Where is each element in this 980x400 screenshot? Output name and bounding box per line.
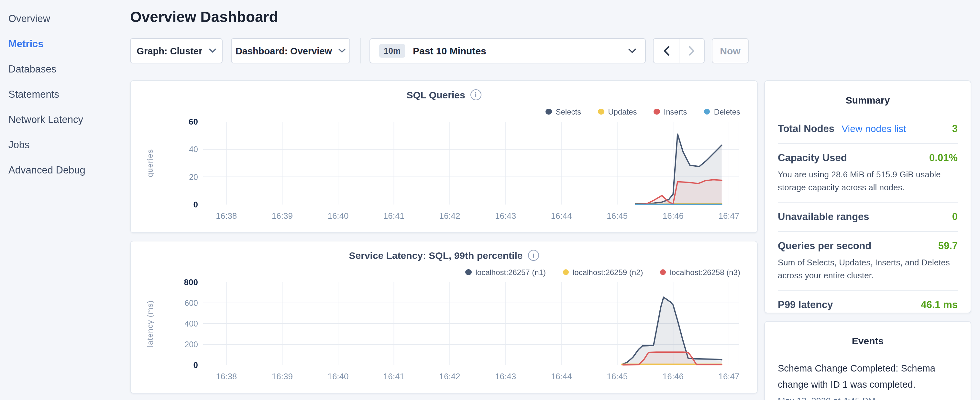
x-tick-label: 16:46 xyxy=(663,211,684,221)
capacity-used-label: Capacity Used xyxy=(778,152,847,164)
legend-label: Inserts xyxy=(664,107,687,116)
x-tick-label: 16:42 xyxy=(439,371,460,381)
legend-label: Updates xyxy=(608,107,637,116)
event-item[interactable]: Schema Change Completed: Schema change w… xyxy=(778,360,958,400)
legend-label: Selects xyxy=(555,107,581,116)
chart-title: SQL Queries xyxy=(406,89,465,100)
x-tick-label: 16:44 xyxy=(551,211,572,221)
time-range-badge: 10m xyxy=(379,44,405,57)
sql-queries-chart-card: SQL Queries i SelectsUpdatesInsertsDelet… xyxy=(130,80,758,233)
legend-item[interactable]: Inserts xyxy=(654,107,687,116)
legend-item[interactable]: localhost:26258 (n3) xyxy=(660,268,741,277)
chart-legend: SelectsUpdatesInsertsDeletes xyxy=(131,107,757,116)
sidebar-item-overview[interactable]: Overview xyxy=(0,6,129,31)
event-time: May 13, 2020 at 4:45 PM xyxy=(778,396,958,400)
main-content: Overview Dashboard Graph: Cluster Dashbo… xyxy=(130,0,980,400)
legend-item[interactable]: localhost:26257 (n1) xyxy=(466,268,546,277)
total-nodes-value: 3 xyxy=(952,123,958,135)
legend-dot xyxy=(654,109,660,115)
graph-dropdown-label: Graph: Cluster xyxy=(137,46,202,56)
chevron-right-icon xyxy=(689,46,695,56)
y-tick-label: 0 xyxy=(194,360,198,370)
sidebar-item-metrics[interactable]: Metrics xyxy=(0,31,129,56)
chart-legend: localhost:26257 (n1)localhost:26259 (n2)… xyxy=(131,267,757,277)
right-column: Summary Total Nodes View nodes list 3 xyxy=(764,80,971,400)
sidebar-item-network-latency[interactable]: Network Latency xyxy=(0,107,129,132)
sidebar-item-jobs[interactable]: Jobs xyxy=(0,132,129,157)
time-step-group xyxy=(653,38,705,64)
time-range-label: Past 10 Minutes xyxy=(413,45,486,56)
sidebar: Overview Metrics Databases Statements Ne… xyxy=(0,0,129,183)
sidebar-item-statements[interactable]: Statements xyxy=(0,81,129,107)
capacity-used-note: You are using 28.6 MiB of 515.9 GiB usab… xyxy=(778,168,958,193)
sidebar-item-databases[interactable]: Databases xyxy=(0,56,129,81)
p99-latency-value: 46.1 ms xyxy=(921,299,958,311)
queries-per-second-note: Sum of Selects, Updates, Inserts, and De… xyxy=(778,256,958,282)
sidebar-item-advanced-debug[interactable]: Advanced Debug xyxy=(0,157,129,183)
app-viewport: Overview Metrics Databases Statements Ne… xyxy=(0,0,980,400)
y-tick-label: 20 xyxy=(189,172,198,182)
charts-column: SQL Queries i SelectsUpdatesInsertsDelet… xyxy=(130,80,758,400)
legend-item[interactable]: Selects xyxy=(546,107,581,116)
service-latency-plot[interactable]: 0200400600800latency (ms)16:3816:3916:40… xyxy=(131,278,758,383)
info-icon[interactable]: i xyxy=(528,250,539,261)
legend-dot xyxy=(546,109,552,115)
next-timespan-button[interactable] xyxy=(679,39,704,63)
x-tick-label: 16:40 xyxy=(328,211,348,221)
x-tick-label: 16:45 xyxy=(607,211,628,221)
y-tick-label: 0 xyxy=(194,200,198,209)
x-tick-label: 16:38 xyxy=(216,371,237,381)
sql-queries-plot[interactable]: 0204060queries16:3816:3916:4016:4116:421… xyxy=(131,118,758,223)
queries-per-second-value: 59.7 xyxy=(938,240,958,252)
chevron-down-icon xyxy=(339,49,345,53)
x-tick-label: 16:38 xyxy=(216,211,237,221)
x-tick-label: 16:39 xyxy=(272,371,293,381)
x-tick-label: 16:47 xyxy=(718,211,739,221)
service-latency-chart-card: Service Latency: SQL, 99th percentile i … xyxy=(130,241,758,394)
legend-label: Deletes xyxy=(714,107,740,116)
x-tick-label: 16:43 xyxy=(495,371,516,381)
content-row: SQL Queries i SelectsUpdatesInsertsDelet… xyxy=(130,80,980,400)
dashboard-dropdown[interactable]: Dashboard: Overview xyxy=(231,38,350,64)
legend-item[interactable]: Deletes xyxy=(704,107,740,116)
toolbar-divider xyxy=(360,38,361,64)
legend-label: localhost:26258 (n3) xyxy=(670,268,741,277)
now-button[interactable]: Now xyxy=(712,38,749,64)
x-tick-label: 16:42 xyxy=(439,211,460,221)
x-tick-label: 16:40 xyxy=(328,371,348,381)
total-nodes-row: Total Nodes View nodes list 3 xyxy=(778,115,958,143)
y-tick-label: 800 xyxy=(184,278,198,287)
legend-label: localhost:26259 (n2) xyxy=(573,268,643,277)
x-tick-label: 16:41 xyxy=(383,211,404,221)
legend-label: localhost:26257 (n1) xyxy=(476,268,546,277)
legend-item[interactable]: Updates xyxy=(598,107,637,116)
chart-title: Service Latency: SQL, 99th percentile xyxy=(349,250,523,261)
chevron-down-icon xyxy=(209,49,216,53)
y-tick-label: 40 xyxy=(189,145,198,154)
dashboard-dropdown-label: Dashboard: Overview xyxy=(235,46,332,56)
legend-dot xyxy=(466,269,472,276)
chevron-down-icon xyxy=(628,48,636,53)
series-area xyxy=(636,180,722,204)
graph-dropdown[interactable]: Graph: Cluster xyxy=(130,38,223,64)
queries-per-second-row: Queries per second 59.7 Sum of Selects, … xyxy=(778,232,958,290)
summary-card: Summary Total Nodes View nodes list 3 xyxy=(764,80,971,313)
legend-dot xyxy=(704,109,710,115)
legend-item[interactable]: localhost:26259 (n2) xyxy=(563,268,643,277)
p99-latency-row: P99 latency 46.1 ms xyxy=(778,291,958,319)
x-tick-label: 16:39 xyxy=(272,211,293,221)
view-nodes-link[interactable]: View nodes list xyxy=(842,123,906,134)
x-tick-label: 16:43 xyxy=(495,211,516,221)
events-card: Events Schema Change Completed: Schema c… xyxy=(764,321,971,400)
y-tick-label: 600 xyxy=(185,298,198,308)
p99-latency-label: P99 latency xyxy=(778,299,833,311)
info-icon[interactable]: i xyxy=(471,89,481,100)
time-range-picker[interactable]: 10m Past 10 Minutes xyxy=(369,38,646,64)
toolbar: Graph: Cluster Dashboard: Overview 10m P… xyxy=(130,38,980,64)
legend-dot xyxy=(598,109,604,115)
capacity-used-value: 0.01% xyxy=(929,152,958,164)
prev-timespan-button[interactable] xyxy=(654,39,679,63)
page-title: Overview Dashboard xyxy=(130,8,980,26)
x-tick-label: 16:41 xyxy=(383,371,404,381)
x-tick-label: 16:46 xyxy=(663,371,684,381)
